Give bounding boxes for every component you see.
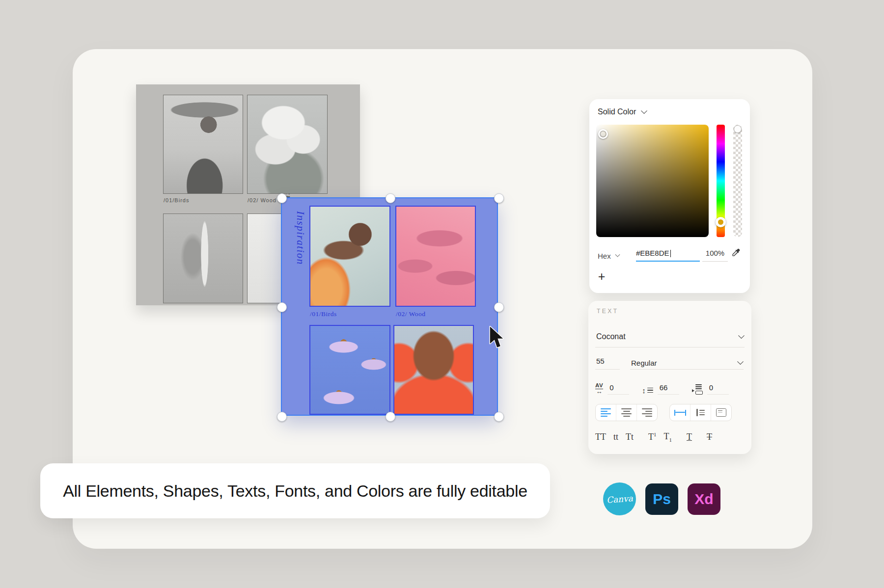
divider	[595, 347, 745, 347]
line-height-icon: ↕	[642, 386, 653, 395]
align-center-button[interactable]	[616, 404, 637, 421]
chevron-down-icon	[641, 107, 647, 114]
letter-spacing-input[interactable]: 0	[608, 383, 629, 395]
fill-type-dropdown[interactable]: Solid Color	[598, 107, 646, 116]
lowercase-button[interactable]: tt	[613, 432, 618, 442]
app-icons-row: Canva Ps Xd	[603, 482, 720, 515]
hex-value-input[interactable]: #EBE8DE	[636, 249, 700, 262]
capitalize-button[interactable]: Tt	[626, 432, 634, 442]
gray-caption-wood: /02/ Wood	[248, 197, 276, 203]
text-box-button[interactable]	[711, 404, 731, 421]
subscript-button[interactable]: T1	[664, 431, 672, 443]
text-transform-row: TT tt Tt T1 T1 T T	[595, 431, 745, 443]
opacity-input[interactable]: 100%	[702, 249, 728, 262]
selection-handle-top-mid[interactable]	[386, 193, 395, 203]
chevron-down-icon	[737, 358, 744, 365]
hue-slider-handle[interactable]	[716, 217, 726, 227]
alpha-slider[interactable]	[733, 125, 742, 237]
gray-photo-lilies[interactable]	[247, 95, 328, 194]
alignment-row	[595, 404, 732, 421]
selection-handle-top-right[interactable]	[494, 193, 504, 203]
font-size-input[interactable]: 55	[595, 355, 620, 370]
align-center-icon	[621, 408, 632, 417]
spacing-row: AV ↔ 0 ↕ 66 0	[595, 379, 745, 398]
chevron-down-icon	[738, 332, 745, 339]
text-layout-group	[669, 404, 732, 421]
blue-caption-birds: /01/Birds	[310, 310, 337, 318]
text-box-icon	[716, 408, 726, 417]
auto-width-button[interactable]	[670, 404, 691, 421]
selection-handle-left-mid[interactable]	[277, 302, 287, 312]
align-right-button[interactable]	[637, 404, 657, 421]
canva-logo-icon: Canva	[603, 482, 636, 515]
selection-handle-bottom-mid[interactable]	[386, 412, 395, 422]
gray-photo-flower-spike[interactable]	[163, 214, 243, 303]
blue-photo-coneflowers[interactable]	[309, 325, 390, 415]
saturation-brightness-field[interactable]	[596, 125, 709, 237]
text-settings-panel: TEXT Coconat 55 Regular AV ↔ 0 ↕ 66	[588, 301, 751, 454]
uppercase-button[interactable]: TT	[595, 432, 606, 442]
font-style-dropdown[interactable]: Regular	[630, 355, 744, 370]
font-style-value: Regular	[631, 359, 657, 367]
font-family-value: Coconat	[596, 332, 626, 341]
selection-handle-bottom-right[interactable]	[494, 412, 504, 422]
banner-text: All Elements, Shapes, Texts, Fonts, and …	[63, 481, 527, 501]
align-left-icon	[601, 408, 611, 417]
mouse-cursor-icon	[489, 326, 504, 351]
photoshop-logo-text: Ps	[653, 491, 671, 508]
feature-banner: All Elements, Shapes, Texts, Fonts, and …	[40, 463, 550, 518]
paragraph-spacing-input[interactable]: 0	[707, 383, 729, 395]
blue-photo-portrait[interactable]	[309, 206, 390, 307]
xd-logo-text: Xd	[694, 491, 713, 508]
blue-caption-wood: /02/ Wood	[396, 310, 426, 318]
underline-button[interactable]: T	[687, 432, 692, 442]
add-color-button[interactable]: +	[594, 269, 609, 284]
selected-moodboard[interactable]: Inspiration /01/Birds /02/ Wood	[281, 197, 498, 416]
blue-board-title: Inspiration	[294, 211, 306, 265]
selection-handle-right-mid[interactable]	[494, 302, 504, 312]
hex-mode-dropdown[interactable]: Hex	[598, 252, 619, 260]
text-section-label: TEXT	[597, 308, 619, 315]
alpha-slider-handle[interactable]	[734, 125, 742, 133]
auto-width-icon	[674, 410, 686, 416]
letter-spacing-icon: AV ↔	[595, 383, 603, 395]
hex-mode-label: Hex	[598, 252, 611, 260]
blue-photo-orange-top[interactable]	[393, 325, 474, 415]
vertical-text-icon	[696, 409, 704, 416]
align-right-icon	[642, 408, 652, 417]
align-left-button[interactable]	[596, 404, 616, 421]
selection-handle-top-left[interactable]	[277, 193, 287, 203]
xd-logo-icon: Xd	[688, 483, 720, 515]
paragraph-spacing-icon	[692, 384, 703, 394]
canva-logo-text: Canva	[606, 493, 633, 505]
color-picker-panel: Solid Color Hex #EBE8DE 100% +	[589, 99, 750, 293]
line-height-input[interactable]: 66	[658, 383, 679, 395]
vertical-text-button[interactable]	[691, 404, 711, 421]
chevron-down-icon	[615, 252, 620, 257]
strikethrough-button[interactable]: T	[707, 432, 712, 442]
fill-type-label: Solid Color	[598, 107, 636, 116]
font-family-dropdown[interactable]: Coconat	[596, 332, 744, 341]
blue-photo-pink-flowers[interactable]	[395, 206, 476, 307]
text-align-group	[595, 404, 658, 421]
superscript-button[interactable]: T1	[648, 431, 657, 442]
selection-handle-bottom-left[interactable]	[277, 412, 287, 422]
photoshop-logo-icon: Ps	[645, 483, 678, 515]
eyedropper-icon[interactable]	[731, 248, 741, 258]
gray-caption-birds: /01/Birds	[164, 197, 189, 203]
gray-photo-portrait[interactable]	[163, 95, 243, 194]
saturation-selector[interactable]	[598, 129, 608, 139]
